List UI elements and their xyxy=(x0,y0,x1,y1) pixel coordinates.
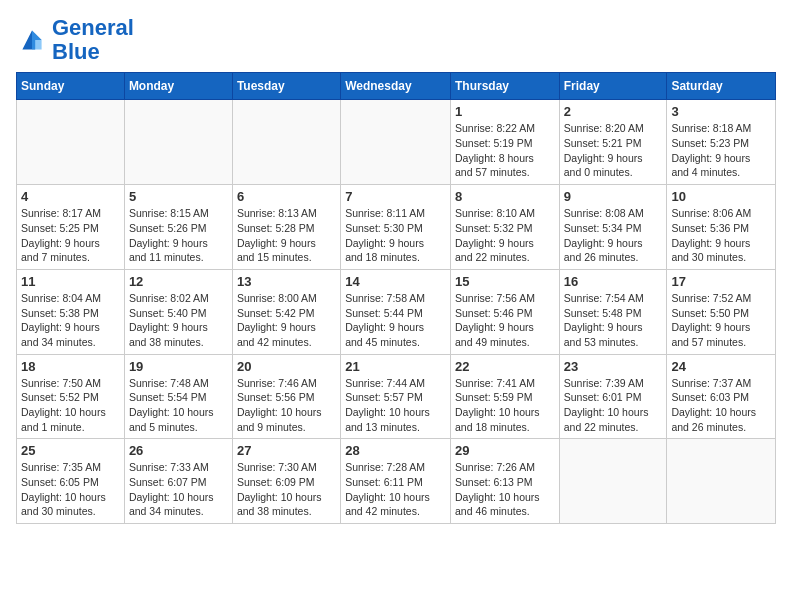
day-info: Sunrise: 7:35 AM Sunset: 6:05 PM Dayligh… xyxy=(21,460,120,519)
calendar-cell: 16Sunrise: 7:54 AM Sunset: 5:48 PM Dayli… xyxy=(559,269,667,354)
calendar-cell: 22Sunrise: 7:41 AM Sunset: 5:59 PM Dayli… xyxy=(450,354,559,439)
day-number: 24 xyxy=(671,359,771,374)
day-number: 5 xyxy=(129,189,228,204)
day-info: Sunrise: 8:00 AM Sunset: 5:42 PM Dayligh… xyxy=(237,291,336,350)
calendar-cell xyxy=(667,439,776,524)
day-number: 19 xyxy=(129,359,228,374)
calendar-cell: 1Sunrise: 8:22 AM Sunset: 5:19 PM Daylig… xyxy=(450,100,559,185)
day-info: Sunrise: 8:02 AM Sunset: 5:40 PM Dayligh… xyxy=(129,291,228,350)
calendar-week-3: 11Sunrise: 8:04 AM Sunset: 5:38 PM Dayli… xyxy=(17,269,776,354)
day-number: 4 xyxy=(21,189,120,204)
day-info: Sunrise: 7:37 AM Sunset: 6:03 PM Dayligh… xyxy=(671,376,771,435)
day-info: Sunrise: 8:18 AM Sunset: 5:23 PM Dayligh… xyxy=(671,121,771,180)
day-info: Sunrise: 7:52 AM Sunset: 5:50 PM Dayligh… xyxy=(671,291,771,350)
calendar-cell: 3Sunrise: 8:18 AM Sunset: 5:23 PM Daylig… xyxy=(667,100,776,185)
day-number: 15 xyxy=(455,274,555,289)
day-number: 23 xyxy=(564,359,663,374)
calendar-cell: 8Sunrise: 8:10 AM Sunset: 5:32 PM Daylig… xyxy=(450,185,559,270)
weekday-header-saturday: Saturday xyxy=(667,73,776,100)
weekday-header-sunday: Sunday xyxy=(17,73,125,100)
calendar-cell: 14Sunrise: 7:58 AM Sunset: 5:44 PM Dayli… xyxy=(341,269,451,354)
calendar-cell: 28Sunrise: 7:28 AM Sunset: 6:11 PM Dayli… xyxy=(341,439,451,524)
calendar-cell: 21Sunrise: 7:44 AM Sunset: 5:57 PM Dayli… xyxy=(341,354,451,439)
day-info: Sunrise: 8:06 AM Sunset: 5:36 PM Dayligh… xyxy=(671,206,771,265)
day-info: Sunrise: 7:41 AM Sunset: 5:59 PM Dayligh… xyxy=(455,376,555,435)
day-info: Sunrise: 8:15 AM Sunset: 5:26 PM Dayligh… xyxy=(129,206,228,265)
day-number: 20 xyxy=(237,359,336,374)
calendar-cell: 13Sunrise: 8:00 AM Sunset: 5:42 PM Dayli… xyxy=(232,269,340,354)
day-number: 12 xyxy=(129,274,228,289)
day-info: Sunrise: 8:17 AM Sunset: 5:25 PM Dayligh… xyxy=(21,206,120,265)
day-number: 26 xyxy=(129,443,228,458)
calendar-week-1: 1Sunrise: 8:22 AM Sunset: 5:19 PM Daylig… xyxy=(17,100,776,185)
day-number: 17 xyxy=(671,274,771,289)
day-info: Sunrise: 8:10 AM Sunset: 5:32 PM Dayligh… xyxy=(455,206,555,265)
day-number: 2 xyxy=(564,104,663,119)
calendar-cell xyxy=(232,100,340,185)
calendar-cell: 29Sunrise: 7:26 AM Sunset: 6:13 PM Dayli… xyxy=(450,439,559,524)
day-number: 8 xyxy=(455,189,555,204)
weekday-header-thursday: Thursday xyxy=(450,73,559,100)
day-number: 13 xyxy=(237,274,336,289)
day-number: 25 xyxy=(21,443,120,458)
calendar-cell: 18Sunrise: 7:50 AM Sunset: 5:52 PM Dayli… xyxy=(17,354,125,439)
weekday-header-tuesday: Tuesday xyxy=(232,73,340,100)
calendar-cell: 12Sunrise: 8:02 AM Sunset: 5:40 PM Dayli… xyxy=(124,269,232,354)
calendar-cell: 20Sunrise: 7:46 AM Sunset: 5:56 PM Dayli… xyxy=(232,354,340,439)
calendar-cell: 10Sunrise: 8:06 AM Sunset: 5:36 PM Dayli… xyxy=(667,185,776,270)
calendar-cell: 17Sunrise: 7:52 AM Sunset: 5:50 PM Dayli… xyxy=(667,269,776,354)
day-info: Sunrise: 7:33 AM Sunset: 6:07 PM Dayligh… xyxy=(129,460,228,519)
calendar-cell: 6Sunrise: 8:13 AM Sunset: 5:28 PM Daylig… xyxy=(232,185,340,270)
calendar-table: SundayMondayTuesdayWednesdayThursdayFrid… xyxy=(16,72,776,524)
logo-icon xyxy=(16,24,48,56)
day-info: Sunrise: 7:56 AM Sunset: 5:46 PM Dayligh… xyxy=(455,291,555,350)
day-info: Sunrise: 8:08 AM Sunset: 5:34 PM Dayligh… xyxy=(564,206,663,265)
weekday-header-monday: Monday xyxy=(124,73,232,100)
day-number: 9 xyxy=(564,189,663,204)
calendar-cell: 15Sunrise: 7:56 AM Sunset: 5:46 PM Dayli… xyxy=(450,269,559,354)
calendar-cell: 25Sunrise: 7:35 AM Sunset: 6:05 PM Dayli… xyxy=(17,439,125,524)
calendar-cell: 27Sunrise: 7:30 AM Sunset: 6:09 PM Dayli… xyxy=(232,439,340,524)
calendar-cell: 4Sunrise: 8:17 AM Sunset: 5:25 PM Daylig… xyxy=(17,185,125,270)
calendar-cell: 11Sunrise: 8:04 AM Sunset: 5:38 PM Dayli… xyxy=(17,269,125,354)
day-info: Sunrise: 7:50 AM Sunset: 5:52 PM Dayligh… xyxy=(21,376,120,435)
calendar-cell: 26Sunrise: 7:33 AM Sunset: 6:07 PM Dayli… xyxy=(124,439,232,524)
day-info: Sunrise: 7:26 AM Sunset: 6:13 PM Dayligh… xyxy=(455,460,555,519)
day-info: Sunrise: 8:22 AM Sunset: 5:19 PM Dayligh… xyxy=(455,121,555,180)
calendar-week-5: 25Sunrise: 7:35 AM Sunset: 6:05 PM Dayli… xyxy=(17,439,776,524)
logo-text: General Blue xyxy=(52,16,134,64)
day-info: Sunrise: 7:30 AM Sunset: 6:09 PM Dayligh… xyxy=(237,460,336,519)
calendar-cell: 24Sunrise: 7:37 AM Sunset: 6:03 PM Dayli… xyxy=(667,354,776,439)
calendar-cell: 2Sunrise: 8:20 AM Sunset: 5:21 PM Daylig… xyxy=(559,100,667,185)
day-number: 27 xyxy=(237,443,336,458)
calendar-cell: 23Sunrise: 7:39 AM Sunset: 6:01 PM Dayli… xyxy=(559,354,667,439)
day-info: Sunrise: 7:46 AM Sunset: 5:56 PM Dayligh… xyxy=(237,376,336,435)
day-info: Sunrise: 7:28 AM Sunset: 6:11 PM Dayligh… xyxy=(345,460,446,519)
day-number: 10 xyxy=(671,189,771,204)
day-number: 28 xyxy=(345,443,446,458)
day-info: Sunrise: 8:11 AM Sunset: 5:30 PM Dayligh… xyxy=(345,206,446,265)
day-number: 11 xyxy=(21,274,120,289)
day-info: Sunrise: 7:58 AM Sunset: 5:44 PM Dayligh… xyxy=(345,291,446,350)
svg-marker-1 xyxy=(32,31,42,50)
day-info: Sunrise: 8:04 AM Sunset: 5:38 PM Dayligh… xyxy=(21,291,120,350)
calendar-cell: 5Sunrise: 8:15 AM Sunset: 5:26 PM Daylig… xyxy=(124,185,232,270)
day-info: Sunrise: 8:13 AM Sunset: 5:28 PM Dayligh… xyxy=(237,206,336,265)
day-info: Sunrise: 7:54 AM Sunset: 5:48 PM Dayligh… xyxy=(564,291,663,350)
day-info: Sunrise: 7:39 AM Sunset: 6:01 PM Dayligh… xyxy=(564,376,663,435)
day-number: 7 xyxy=(345,189,446,204)
calendar-cell: 7Sunrise: 8:11 AM Sunset: 5:30 PM Daylig… xyxy=(341,185,451,270)
day-number: 6 xyxy=(237,189,336,204)
calendar-cell xyxy=(341,100,451,185)
day-number: 22 xyxy=(455,359,555,374)
calendar-week-4: 18Sunrise: 7:50 AM Sunset: 5:52 PM Dayli… xyxy=(17,354,776,439)
day-number: 18 xyxy=(21,359,120,374)
calendar-week-2: 4Sunrise: 8:17 AM Sunset: 5:25 PM Daylig… xyxy=(17,185,776,270)
logo: General Blue xyxy=(16,16,134,64)
day-info: Sunrise: 8:20 AM Sunset: 5:21 PM Dayligh… xyxy=(564,121,663,180)
day-number: 21 xyxy=(345,359,446,374)
calendar-cell xyxy=(124,100,232,185)
day-info: Sunrise: 7:48 AM Sunset: 5:54 PM Dayligh… xyxy=(129,376,228,435)
calendar-cell: 19Sunrise: 7:48 AM Sunset: 5:54 PM Dayli… xyxy=(124,354,232,439)
day-number: 16 xyxy=(564,274,663,289)
